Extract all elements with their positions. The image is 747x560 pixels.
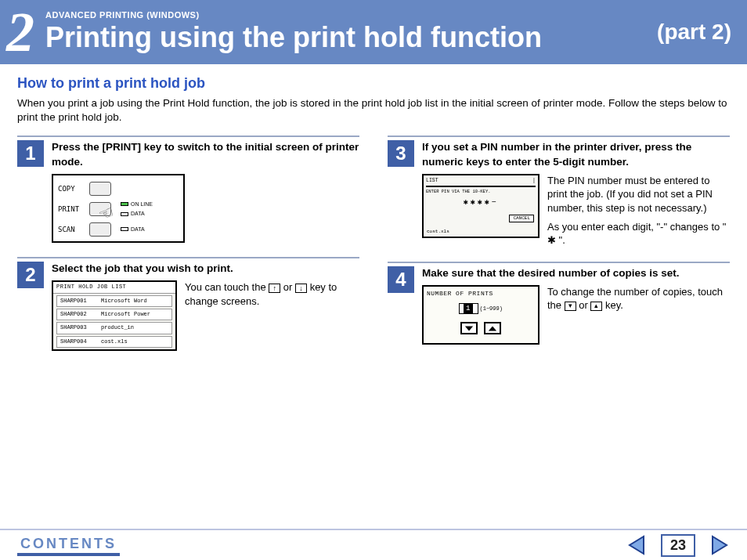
panel-label: PRINT (58, 204, 85, 214)
svg-marker-3 (713, 537, 727, 554)
panel-label: SCAN (58, 225, 85, 234)
pin-entry-illustration: LIST| ENTER PIN VIA THE 10-KEY. ✱✱✱✱− CA… (422, 174, 540, 238)
copies-title: NUMBER OF PRINTS (427, 290, 535, 298)
page-footer: CONTENTS 23 (0, 529, 747, 560)
step-number: 4 (388, 266, 414, 293)
pin-message: ENTER PIN VIA THE 10-KEY. (426, 189, 536, 194)
step-number: 2 (17, 262, 44, 288)
step-4: 4 Make sure that the desired number of c… (388, 262, 730, 345)
vbar-icon: | (532, 178, 536, 185)
up-key-icon (484, 322, 501, 334)
led-label: ON LINE (131, 201, 153, 208)
led-icon (121, 227, 128, 231)
step-side-text: You can touch the ↑ or ↓ key to change s… (185, 280, 359, 308)
step-2: 2 Select the job that you wish to print.… (17, 257, 359, 351)
next-page-icon[interactable] (708, 534, 730, 556)
down-arrow-key-icon: ↓ (295, 284, 307, 293)
job-list-illustration: PRINT HOLD JOB LIST SHARP001Microsoft Wo… (52, 280, 177, 351)
svg-marker-2 (630, 537, 644, 554)
contents-button[interactable]: CONTENTS (17, 534, 120, 556)
step-number: 3 (388, 140, 414, 167)
chapter-number: 2 (6, 4, 34, 60)
step-number: 1 (17, 140, 44, 167)
list-item: SHARP001Microsoft Word (56, 295, 172, 307)
header-part: (part 2) (657, 20, 731, 45)
step-side-text: As you enter each digit, "-" changes to … (547, 220, 730, 247)
job-list-header: PRINT HOLD JOB LIST (53, 282, 175, 293)
printer-panel-illustration: COPY PRINT ON LINE DATA SCAN (52, 174, 185, 243)
panel-label: COPY (58, 184, 85, 193)
page-header: 2 ADVANCED PRINTING (WINDOWS) Printing u… (0, 0, 747, 64)
prev-page-icon[interactable] (626, 534, 648, 556)
up-arrow-key-icon: ↑ (269, 284, 280, 293)
led-icon (121, 202, 128, 206)
copy-button-icon (89, 182, 111, 196)
pin-display: ✱✱✱✱− (426, 197, 536, 208)
step-title: Press the [PRINT] key to switch to the i… (52, 140, 359, 168)
list-item: SHARP002Microsoft Power (56, 309, 172, 320)
list-item: SHARP004cost.xls (56, 336, 172, 348)
cancel-button: CANCEL (509, 215, 534, 222)
svg-marker-0 (464, 326, 472, 331)
down-key-icon (460, 322, 478, 334)
step-side-text: To change the number of copies, touch th… (547, 285, 730, 313)
intro-paragraph: When you print a job using the Print Hol… (17, 96, 730, 125)
copies-range: (1~999) (480, 305, 503, 312)
header-text: ADVANCED PRINTING (WINDOWS) Printing usi… (45, 10, 657, 54)
step-title: Select the job that you wish to print. (52, 262, 359, 276)
section-subheading: How to print a print hold job (17, 75, 730, 92)
up-key-icon: ▴ (590, 302, 602, 311)
step-1: 1 Press the [PRINT] key to switch to the… (17, 135, 359, 242)
copies-value-box: 1 (459, 303, 478, 314)
svg-marker-1 (489, 326, 496, 331)
copies-panel-illustration: NUMBER OF PRINTS 1(1~999) (422, 285, 540, 345)
pin-file-label: cost.xls (427, 229, 449, 235)
led-label: DATA (131, 210, 145, 217)
step-3: 3 If you set a PIN number in the printer… (388, 135, 730, 247)
panel-top-label: LIST (426, 178, 438, 185)
header-overline: ADVANCED PRINTING (WINDOWS) (45, 10, 657, 20)
led-icon (121, 212, 128, 216)
step-side-text: The PIN number must be entered to print … (547, 174, 730, 215)
pager: 23 (626, 534, 730, 557)
page-number: 23 (661, 534, 695, 557)
list-item: SHARP003product_in (56, 322, 172, 334)
down-key-icon: ▾ (565, 302, 576, 311)
step-title: If you set a PIN number in the printer d… (422, 140, 730, 168)
step-title: Make sure that the desired number of cop… (422, 266, 730, 280)
led-label: DATA (131, 226, 145, 233)
page-title: Printing using the print hold function (45, 21, 657, 54)
